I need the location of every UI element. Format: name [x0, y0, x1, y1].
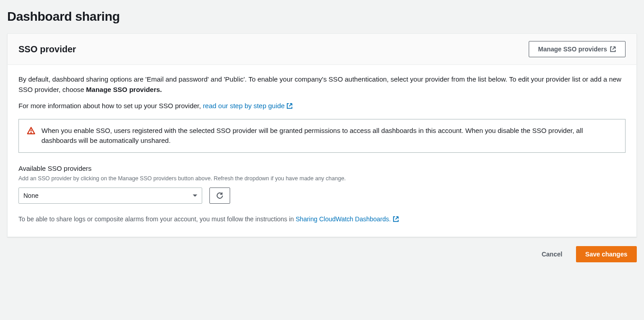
step-by-step-guide-link[interactable]: read our step by step guide — [203, 102, 293, 110]
description-line-2-prefix: For more information about how to set up… — [18, 102, 203, 110]
sso-provider-selected-value: None — [23, 192, 38, 199]
action-bar: Cancel Save changes — [7, 246, 637, 262]
sharing-cloudwatch-dashboards-link-text: Sharing CloudWatch Dashboards. — [296, 215, 391, 223]
step-by-step-guide-link-text: read our step by step guide — [203, 102, 285, 110]
external-link-icon — [286, 103, 293, 109]
section-title: SSO provider — [18, 42, 76, 56]
sso-warning-alert: When you enable SSO, users registered wi… — [18, 119, 626, 153]
panel-body: By default, dashboard sharing options ar… — [8, 65, 636, 237]
save-changes-button[interactable]: Save changes — [576, 246, 637, 262]
footnote: To be able to share logs or composite al… — [18, 215, 626, 224]
sso-warning-text: When you enable SSO, users registered wi… — [41, 126, 617, 146]
description-line-1: By default, dashboard sharing options ar… — [18, 74, 626, 95]
available-sso-field: Available SSO providers Add an SSO provi… — [18, 164, 626, 204]
available-sso-label: Available SSO providers — [18, 164, 626, 174]
description-line-2: For more information about how to set up… — [18, 101, 626, 111]
manage-sso-providers-label: Manage SSO providers — [538, 44, 607, 54]
refresh-icon — [216, 192, 223, 199]
sso-provider-select[interactable]: None — [18, 187, 202, 204]
sso-provider-select-display[interactable]: None — [18, 187, 202, 204]
available-sso-hint: Add an SSO provider by clicking on the M… — [18, 174, 626, 183]
description-line-1-bold: Manage SSO providers. — [86, 86, 162, 93]
cancel-button[interactable]: Cancel — [533, 246, 571, 262]
refresh-button[interactable] — [209, 187, 230, 204]
panel-header: SSO provider Manage SSO providers — [8, 34, 636, 65]
sso-provider-panel: SSO provider Manage SSO providers By def… — [7, 33, 637, 237]
svg-point-1 — [31, 133, 31, 133]
external-link-icon — [610, 46, 616, 52]
footnote-prefix: To be able to share logs or composite al… — [18, 215, 296, 223]
page-title: Dashboard sharing — [7, 7, 637, 26]
manage-sso-providers-button[interactable]: Manage SSO providers — [529, 41, 626, 57]
warning-icon — [27, 127, 35, 137]
external-link-icon — [393, 216, 399, 222]
sharing-cloudwatch-dashboards-link[interactable]: Sharing CloudWatch Dashboards. — [296, 215, 399, 223]
